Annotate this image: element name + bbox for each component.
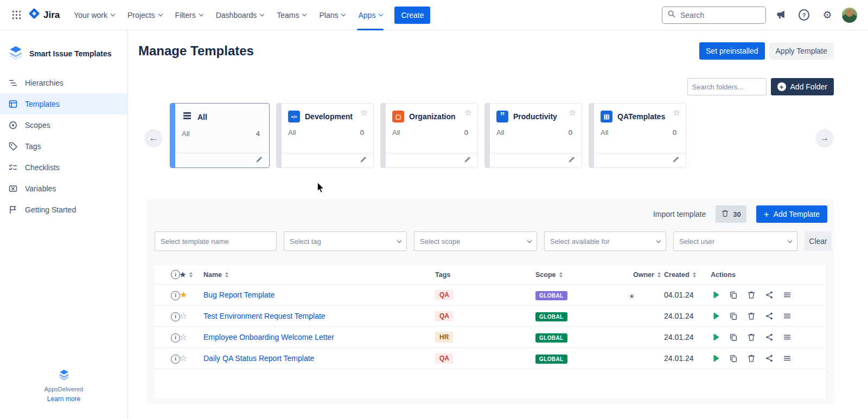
template-name-filter-input[interactable] [155,231,277,251]
share-icon[interactable] [764,290,774,300]
copy-icon[interactable] [729,332,738,342]
template-name-link[interactable]: Employee Onboarding Welcome Letter [203,333,435,341]
sidebar-item-tags[interactable]: Tags [0,136,127,157]
menu-icon[interactable] [782,290,792,300]
import-template-button[interactable]: Import template [653,210,706,218]
folder-card-development[interactable]: ☆ </> Development All 0 [276,103,374,168]
global-search[interactable] [662,7,766,24]
nav-item-filters[interactable]: Filters [169,0,209,30]
table-row[interactable]: i ☆ Daily QA Status Report Template QA G… [155,348,826,369]
favorite-folder-star-icon[interactable]: ☆ [361,108,368,117]
folder-card-all[interactable]: All All 4 [170,103,270,168]
global-search-input[interactable] [679,10,761,20]
create-button[interactable]: Create [394,7,430,24]
menu-icon[interactable] [782,332,792,342]
settings-gear-icon[interactable]: ⚙ [819,7,836,24]
all-folder-icon [182,111,193,124]
column-header-owner[interactable]: Owner [633,271,664,279]
delete-icon[interactable] [746,311,756,321]
template-name-link[interactable]: Bug Report Template [203,291,435,299]
edit-folder-pencil-icon[interactable] [672,156,679,165]
add-folder-button[interactable]: + Add Folder [771,78,834,95]
sidebar-item-scopes[interactable]: Scopes [0,114,127,136]
template-name-link[interactable]: Daily QA Status Report Template [203,354,435,363]
available-for-filter-select[interactable]: Select available for [544,231,666,251]
app-switcher-grid-icon[interactable] [8,7,25,24]
nav-item-teams[interactable]: Teams [270,0,312,30]
nav-item-projects[interactable]: Projects [121,0,169,30]
delete-icon[interactable] [746,290,756,300]
favorite-star-icon[interactable]: ☆ [180,353,187,363]
nav-item-apps[interactable]: Apps [352,0,389,30]
table-row[interactable]: i ☆ Test Environment Request Template QA… [155,306,826,327]
edit-folder-pencil-icon[interactable] [360,156,367,165]
table-row[interactable]: i ★ Bug Report Template QA GLOBAL 04.01.… [155,285,826,306]
user-avatar[interactable] [842,8,857,23]
star-column-header[interactable]: ★ [180,270,203,279]
apply-template-button[interactable]: Apply Template [769,42,834,60]
edit-folder-pencil-icon[interactable] [568,156,575,165]
learn-more-link[interactable]: Learn more [47,395,80,403]
announcement-megaphone-icon[interactable] [772,7,789,24]
edit-folder-pencil-icon[interactable] [464,156,471,165]
favorite-folder-star-icon[interactable]: ☆ [569,108,576,117]
favorite-folder-star-icon[interactable]: ☆ [465,108,472,117]
info-icon[interactable]: i [171,312,180,321]
search-folders-input[interactable] [687,78,767,95]
apply-play-icon[interactable] [711,290,720,300]
info-icon[interactable]: i [171,291,180,300]
carousel-next-button[interactable]: → [815,129,834,147]
share-icon[interactable] [764,311,774,321]
templates-icon [8,99,18,109]
sidebar-item-templates[interactable]: Templates [0,93,127,114]
delete-icon[interactable] [746,332,756,342]
table-row[interactable]: i ☆ Employee Onboarding Welcome Letter H… [155,327,826,348]
sidebar: Smart Issue Templates Hierarchies Templa… [0,30,128,419]
trash-bin-button[interactable]: 30 [716,205,746,223]
folder-card-productivity[interactable]: ☆ ” Productivity All 0 [484,103,582,168]
share-icon[interactable] [764,332,774,342]
sidebar-item-variables[interactable]: Variables [0,178,127,199]
favorite-folder-star-icon[interactable]: ☆ [673,108,680,117]
column-header-scope[interactable]: Scope [535,271,633,279]
template-name-link[interactable]: Test Environment Request Template [203,312,435,320]
carousel-prev-button[interactable]: ← [144,129,163,147]
menu-icon[interactable] [782,311,792,321]
nav-item-plans[interactable]: Plans [312,0,352,30]
copy-icon[interactable] [729,290,738,300]
tag-badge: QA [435,311,454,321]
sidebar-item-getting-started[interactable]: Getting Started [0,199,127,220]
nav-item-dashboards[interactable]: Dashboards [209,0,271,30]
sidebar-item-checklists[interactable]: Checklists [0,157,127,178]
tag-filter-select[interactable]: Select tag [284,231,407,251]
folder-card-qatemplates[interactable]: ☆ ⊞ QATemplates All 0 [589,103,686,168]
user-filter-select[interactable]: Select user [673,231,797,251]
folder-subtitle: All [182,130,189,138]
share-icon[interactable] [764,353,774,363]
info-icon[interactable]: i [171,333,180,343]
help-icon[interactable]: ? [795,7,813,24]
menu-icon[interactable] [782,353,792,363]
info-icon[interactable]: i [171,354,180,364]
column-header-name[interactable]: Name [203,271,435,279]
favorite-star-icon[interactable]: ☆ [180,332,187,341]
delete-icon[interactable] [746,353,756,363]
sidebar-item-hierarchies[interactable]: Hierarchies [0,72,127,93]
jira-logo[interactable]: Jira [28,8,60,22]
column-header-created[interactable]: Created [664,271,711,279]
clear-filters-button[interactable]: Clear [805,231,832,251]
copy-icon[interactable] [729,311,738,321]
apply-play-icon[interactable] [711,332,720,342]
set-preinstalled-button[interactable]: Set preinstalled [699,42,765,60]
apply-play-icon[interactable] [711,311,720,321]
copy-icon[interactable] [729,353,738,363]
add-template-button[interactable]: + Add Template [756,205,827,223]
favorite-star-icon[interactable]: ☆ [180,311,187,320]
favorite-star-icon[interactable]: ★ [180,290,187,299]
apply-play-icon[interactable] [711,353,720,363]
folder-card-organization[interactable]: ☆ ▢ Organization All 0 [380,103,478,168]
chevron-down-icon [199,12,203,16]
edit-folder-pencil-icon[interactable] [256,156,263,165]
scope-filter-select[interactable]: Select scope [414,231,537,251]
nav-item-your-work[interactable]: Your work [67,0,121,30]
